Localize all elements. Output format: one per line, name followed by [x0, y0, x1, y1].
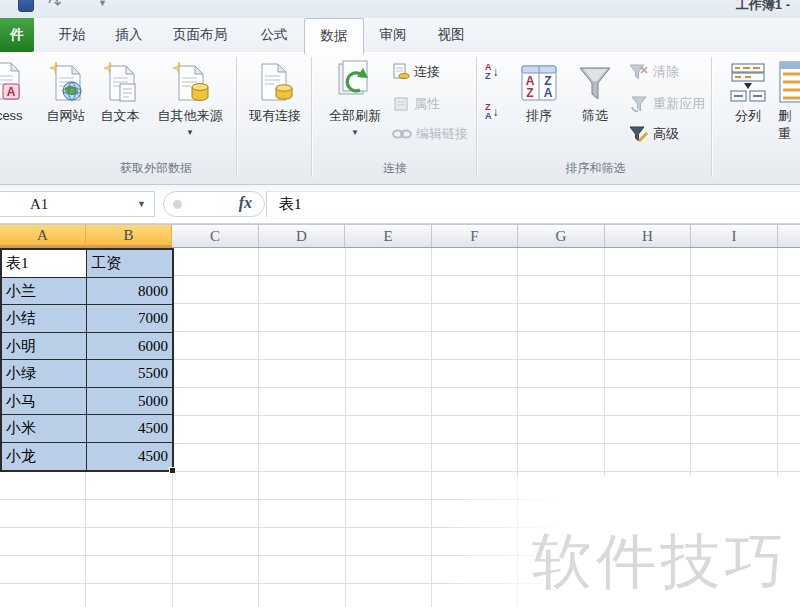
from-text-label: 自文本 [101, 107, 140, 125]
column-header-c[interactable]: C [172, 225, 259, 247]
remove-duplicates-button[interactable]: 删 重 [778, 54, 800, 143]
svg-text:A: A [544, 86, 553, 100]
name-box[interactable]: A1 ▼ [0, 191, 155, 217]
cell-A1[interactable]: 表1 [2, 250, 87, 278]
watermark: 软件技巧 [532, 522, 788, 603]
column-header-a[interactable]: A [0, 225, 86, 247]
existing-connections-button[interactable]: 现有连接 [240, 54, 310, 125]
cell-B6[interactable]: 5000 [87, 388, 172, 416]
properties-button: 属性 [392, 92, 440, 116]
sort-label: 排序 [526, 107, 552, 125]
advanced-filter-button[interactable]: 高级 [629, 122, 679, 146]
tab-file[interactable]: 件 [0, 18, 34, 52]
redo-icon[interactable]: ↷ [48, 0, 61, 13]
filter-funnel-icon [577, 54, 613, 104]
svg-text:A: A [7, 85, 16, 99]
clear-filter-icon [629, 63, 649, 81]
tab-formulas[interactable]: 公式 [246, 18, 302, 52]
refresh-all-label: 全部刷新 [329, 107, 381, 125]
column-header-e[interactable]: E [345, 225, 432, 247]
from-web-label: 自网站 [47, 107, 86, 125]
cell-B8[interactable]: 4500 [87, 443, 172, 471]
cell-A4[interactable]: 小明 [2, 333, 87, 361]
cell-B2[interactable]: 8000 [87, 278, 172, 306]
text-to-columns-label: 分列 [735, 107, 761, 125]
column-header-b[interactable]: B [86, 225, 172, 247]
cell-B1[interactable]: 工资 [87, 250, 172, 278]
cell-A7[interactable]: 小米 [2, 415, 87, 443]
filter-label: 筛选 [582, 107, 608, 125]
group-sort-filter: AZ↓ ZA↓ A Z Z A 排序 [479, 52, 712, 184]
fill-handle[interactable] [169, 467, 176, 474]
tab-review[interactable]: 审阅 [365, 18, 421, 52]
tab-data[interactable]: 数据 [304, 18, 364, 54]
from-other-sources-button[interactable]: 自其他来源 ▼ [146, 54, 234, 137]
tab-page-layout[interactable]: 页面布局 [158, 18, 242, 52]
ribbon-tab-bar: 件 开始 插入 页面布局 公式 数据 审阅 视图 [0, 18, 800, 52]
connections-button[interactable]: 连接 [392, 60, 440, 84]
column-header-g[interactable]: G [518, 225, 605, 247]
tab-insert[interactable]: 插入 [101, 18, 157, 52]
advanced-filter-icon [629, 125, 649, 143]
sort-button[interactable]: A Z Z A 排序 [513, 54, 565, 125]
quick-access-dropdown-icon[interactable]: ▼ [98, 0, 107, 8]
clear-filter-label: 清除 [653, 63, 679, 81]
edit-links-icon [392, 128, 412, 140]
remove-duplicates-label-line1: 删 [778, 107, 791, 125]
column-header-partial[interactable] [778, 225, 800, 247]
filter-button[interactable]: 筛选 [569, 54, 621, 125]
document-text-icon [100, 54, 140, 104]
sort-icon: A Z Z A [518, 54, 560, 104]
cell-A3[interactable]: 小结 [2, 305, 87, 333]
column-header-d[interactable]: D [259, 225, 345, 247]
cell-B4[interactable]: 6000 [87, 333, 172, 361]
sort-ascending-button[interactable]: AZ↓ [485, 60, 499, 84]
name-box-value: A1 [30, 196, 48, 212]
insert-function-button[interactable]: fx [163, 191, 265, 217]
reapply-label: 重新应用 [653, 95, 705, 113]
reapply-icon [629, 95, 649, 113]
cell-B3[interactable]: 7000 [87, 305, 172, 333]
ribbon: A ccess [0, 52, 800, 185]
connections-label: 连接 [414, 63, 440, 81]
formula-input[interactable]: 表1 [266, 191, 800, 217]
cell-B5[interactable]: 5500 [87, 360, 172, 388]
document-access-icon: A [0, 54, 25, 104]
cell-A5[interactable]: 小绿 [2, 360, 87, 388]
remove-duplicates-label-line2: 重 [778, 125, 791, 143]
column-header-row: A B C D E F G H I [0, 224, 800, 248]
refresh-all-button[interactable]: 全部刷新 ▼ [320, 54, 390, 137]
from-web-button[interactable]: 自网站 [40, 54, 92, 125]
group-data-tools: 分列 删 重 [712, 52, 800, 184]
column-header-f[interactable]: F [432, 225, 518, 247]
from-text-button[interactable]: 自文本 [94, 54, 146, 125]
fx-icon: fx [239, 194, 252, 212]
cell-A2[interactable]: 小兰 [2, 278, 87, 306]
sort-descending-button[interactable]: ZA↓ [485, 100, 499, 124]
refresh-all-dropdown-icon[interactable]: ▼ [351, 129, 359, 137]
name-box-dropdown-icon[interactable]: ▼ [137, 192, 146, 216]
edit-links-label: 编辑链接 [416, 125, 468, 143]
remove-duplicates-icon [778, 54, 800, 104]
group-get-external-data: A ccess [0, 52, 312, 184]
tab-home[interactable]: 开始 [44, 18, 100, 52]
document-web-icon [46, 54, 86, 104]
group-label-get-external: 获取外部数据 [0, 160, 312, 177]
cell-A8[interactable]: 小龙 [2, 443, 87, 471]
workbook-icon [18, 0, 34, 12]
column-header-i[interactable]: I [691, 225, 778, 247]
formula-bar-dot-icon [173, 200, 182, 209]
clear-filter-button: 清除 [629, 60, 679, 84]
sheet-grid[interactable]: 表1 工资 小兰 8000 小结 7000 小明 6000 小绿 5500 小马… [0, 248, 800, 607]
document-database-icon [169, 54, 211, 104]
tab-view[interactable]: 视图 [423, 18, 479, 52]
column-header-h[interactable]: H [605, 225, 691, 247]
cell-A6[interactable]: 小马 [2, 388, 87, 416]
window-title: 工作簿1 - [736, 0, 790, 14]
cell-B7[interactable]: 4500 [87, 415, 172, 443]
text-to-columns-button[interactable]: 分列 [720, 54, 776, 125]
formula-value: 表1 [279, 196, 302, 212]
from-other-dropdown-icon[interactable]: ▼ [186, 129, 194, 137]
from-access-button[interactable]: A ccess [0, 54, 38, 125]
advanced-filter-label: 高级 [653, 125, 679, 143]
